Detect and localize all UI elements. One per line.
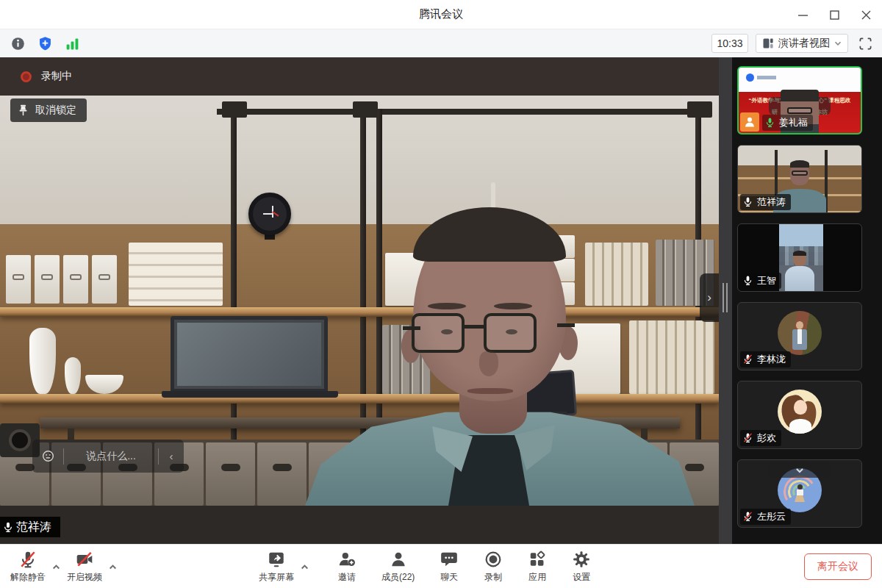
speaker-name-label: 范祥涛: [0, 517, 60, 537]
status-bar: 10:33 演讲者视图: [0, 29, 882, 57]
share-options-chevron[interactable]: [297, 546, 312, 587]
mic-active-icon: [764, 117, 776, 129]
invite-icon: [337, 550, 356, 569]
stage-top-bar: 录制中: [0, 57, 719, 96]
chat-button[interactable]: 聊天: [440, 546, 459, 587]
layout-icon: [762, 37, 774, 49]
mic-icon: [742, 196, 754, 208]
speaker-glasses: [412, 313, 465, 353]
participant-label: 王智: [740, 273, 781, 289]
participant-tile-fanxiangtao[interactable]: 范祥涛: [737, 145, 862, 213]
meeting-stage: 录制中: [0, 57, 882, 544]
mic-options-chevron[interactable]: [49, 546, 64, 587]
invite-button[interactable]: 邀请: [337, 546, 356, 587]
scroll-down-button[interactable]: [769, 462, 831, 478]
screen-share-badge: [740, 112, 759, 132]
minimize-icon[interactable]: [797, 10, 808, 21]
scene-wall-clock: [248, 193, 291, 235]
emoji-icon[interactable]: [32, 449, 63, 463]
share-screen-icon: [267, 550, 286, 569]
settings-button[interactable]: 设置: [572, 546, 591, 587]
recording-dot-icon: [21, 71, 32, 82]
chat-collapse-icon[interactable]: ‹: [159, 450, 184, 462]
video-options-chevron[interactable]: [105, 546, 121, 587]
recording-indicator: 录制中: [21, 70, 72, 83]
mic-muted-icon: [742, 354, 754, 365]
participant-tile-lilinlong[interactable]: 李林泷: [737, 302, 862, 370]
sidebar-collapse-tab[interactable]: ›: [700, 273, 719, 322]
slide-logo: [746, 74, 754, 82]
unpin-button[interactable]: 取消锁定: [10, 98, 87, 122]
titlebar: 腾讯会议: [0, 0, 882, 29]
members-icon: [389, 550, 408, 569]
maximize-icon[interactable]: [829, 10, 840, 21]
splitter-handle[interactable]: [719, 57, 732, 544]
pin-icon: [18, 104, 29, 116]
unmute-button[interactable]: 解除静音: [10, 546, 46, 587]
participant-tile-wangzhi[interactable]: 王智: [737, 223, 862, 292]
scene-vases: [29, 328, 56, 394]
participant-label: 彭欢: [740, 430, 781, 446]
participant-label: 李林泷: [740, 351, 791, 368]
record-button[interactable]: 录制: [484, 546, 503, 587]
security-shield-icon[interactable]: [36, 35, 54, 52]
participant-label: 左彤云: [740, 509, 791, 525]
window-controls: [797, 0, 872, 29]
gear-icon: [572, 550, 591, 569]
chat-icon: [440, 550, 459, 569]
meeting-timer: 10:33: [711, 34, 748, 53]
avatar: ★ ★: [778, 390, 822, 434]
participant-tile-jianglifu[interactable]: “外语教学与立德树人研究中心” 课程思政 研 作坊: [737, 66, 862, 135]
leave-meeting-button[interactable]: 离开会议: [804, 553, 872, 580]
chevron-down-icon: [834, 40, 842, 46]
share-screen-button[interactable]: 共享屏幕: [259, 546, 294, 587]
camera-muted-icon: [75, 550, 94, 569]
mic-icon: [742, 275, 754, 287]
scene-laptop: [171, 316, 328, 392]
participant-label: 范祥涛: [740, 194, 791, 210]
participants-strip: “外语教学与立德树人研究中心” 课程思政 研 作坊: [732, 57, 882, 544]
avatar: [778, 311, 822, 355]
members-button[interactable]: 成员(22): [381, 546, 415, 587]
fullscreen-icon[interactable]: [856, 34, 875, 53]
record-icon: [484, 550, 503, 569]
main-video-area: 录制中: [0, 57, 719, 544]
apps-button[interactable]: 应用: [528, 546, 547, 587]
chat-input[interactable]: 说点什么...: [64, 450, 158, 463]
mic-muted-icon: [18, 550, 37, 569]
window-title: 腾讯会议: [419, 7, 463, 21]
recording-label: 录制中: [41, 70, 72, 83]
meeting-info-icon[interactable]: [9, 35, 26, 52]
view-mode-button[interactable]: 演讲者视图: [756, 34, 848, 53]
start-video-button[interactable]: 开启视频: [67, 546, 102, 587]
quick-chat-bar[interactable]: 说点什么... ‹: [32, 440, 184, 473]
mic-muted-icon: [742, 432, 754, 444]
apps-icon: [528, 550, 547, 569]
participant-tile-penghuan[interactable]: ★ ★ 彭欢: [737, 381, 862, 449]
close-icon[interactable]: [861, 10, 872, 21]
participant-label: 姜礼福: [762, 115, 813, 131]
tencent-meeting-window: 腾讯会议 10:33 演讲者视图: [0, 0, 882, 588]
network-signal-icon[interactable]: [63, 35, 81, 52]
participant-tile-zutongyun[interactable]: 左彤云: [737, 459, 862, 528]
mic-muted-icon: [742, 511, 754, 523]
control-toolbar: 解除静音 开启视频: [0, 544, 882, 588]
mic-icon: [2, 521, 14, 533]
